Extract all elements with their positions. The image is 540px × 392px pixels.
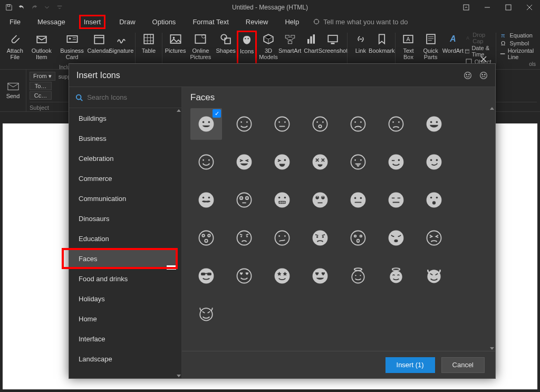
face-surprised[interactable] <box>418 184 450 216</box>
category-celebration[interactable]: Celebration <box>69 148 176 168</box>
search-icons[interactable] <box>69 87 181 108</box>
face-open-round[interactable] <box>304 108 336 140</box>
tab-format-text[interactable]: Format Text <box>189 16 232 27</box>
search-input[interactable] <box>87 93 175 101</box>
category-holidays[interactable]: Holidays <box>69 289 176 309</box>
ribbon-display-options[interactable] <box>456 0 477 15</box>
undo-icon[interactable] <box>18 4 25 11</box>
svg-point-106 <box>208 234 210 237</box>
svg-point-71 <box>351 155 365 169</box>
symbol-button[interactable]: ΩSymbol <box>500 40 536 47</box>
face-sad-outline[interactable] <box>380 108 412 140</box>
category-business[interactable]: Business <box>69 128 176 148</box>
face-laugh-squint[interactable] <box>228 146 260 178</box>
save-icon[interactable] <box>5 4 13 11</box>
qat-arrow-icon[interactable] <box>43 4 51 11</box>
face-worried[interactable] <box>228 222 260 254</box>
svg-point-86 <box>247 198 248 199</box>
face-mustache[interactable] <box>190 184 222 216</box>
face-sunglasses[interactable] <box>190 260 222 292</box>
tab-file[interactable]: File <box>6 16 24 27</box>
face-confused[interactable] <box>266 222 298 254</box>
category-dinosaurs[interactable]: Dinosaurs <box>69 208 176 228</box>
feedback-smile-icon[interactable] <box>464 71 472 80</box>
signature-button[interactable]: Signature <box>110 31 132 61</box>
tab-review[interactable]: Review <box>243 16 272 27</box>
svg-point-128 <box>275 269 290 284</box>
face-smile-outline[interactable] <box>228 108 260 140</box>
face-wink-solid[interactable] <box>380 146 412 178</box>
category-interface[interactable]: Interface <box>69 329 176 349</box>
grid-scrollbar[interactable] <box>489 106 495 351</box>
qat-more-icon[interactable] <box>56 4 63 11</box>
face-astonished[interactable] <box>190 222 222 254</box>
face-tongue-out[interactable] <box>342 146 374 178</box>
face-frown-outline[interactable] <box>342 108 374 140</box>
svg-point-72 <box>354 159 356 161</box>
calendar-button[interactable]: Calendar <box>89 31 109 61</box>
send-button[interactable]: Send <box>0 70 26 111</box>
face-angel-outline[interactable] <box>342 260 374 292</box>
face-angel-solid[interactable] <box>380 260 412 292</box>
face-neutral-solid[interactable] <box>342 184 374 216</box>
face-heart-eyes-solid[interactable] <box>304 260 336 292</box>
face-tired[interactable] <box>380 222 412 254</box>
face-devil-solid[interactable] <box>418 260 450 292</box>
svg-point-56 <box>354 121 356 123</box>
close-button[interactable] <box>519 0 540 15</box>
category-communication[interactable]: Communication <box>69 188 176 208</box>
face-grin-solid[interactable] <box>190 108 222 140</box>
svg-point-53 <box>322 121 324 123</box>
svg-point-80 <box>202 197 205 199</box>
face-neutral-mouth[interactable] <box>266 108 298 140</box>
title-bar: Untitled - Message (HTML) <box>0 0 540 15</box>
maximize-button[interactable] <box>498 0 519 15</box>
tab-message[interactable]: Message <box>34 16 69 27</box>
category-education[interactable]: Education <box>69 228 176 248</box>
face-wink-tongue[interactable] <box>266 146 298 178</box>
outlook-item-button[interactable]: Outlook Item <box>28 31 55 61</box>
equation-button[interactable]: πEquation <box>500 32 536 39</box>
category-food-and-drinks[interactable]: Food and drinks <box>69 269 176 289</box>
minimize-button[interactable] <box>477 0 498 15</box>
from-button[interactable]: From ▾ <box>30 72 55 81</box>
horizontal-line-button[interactable]: Horizontal Line <box>500 47 536 60</box>
dialog-close-button[interactable] <box>476 54 491 64</box>
category-faces[interactable]: Faces <box>69 248 176 269</box>
cc-button[interactable]: Cc… <box>30 91 52 100</box>
face-persevere[interactable] <box>418 222 450 254</box>
face-expressionless[interactable] <box>380 184 412 216</box>
tell-me-search[interactable]: Tell me what you want to do <box>313 18 408 26</box>
face-star-eyes[interactable] <box>266 260 298 292</box>
symbols-group-label-clipped: ols <box>529 61 536 67</box>
cancel-button[interactable]: Cancel <box>441 357 485 373</box>
face-hushed[interactable] <box>342 222 374 254</box>
redo-icon[interactable] <box>31 4 38 11</box>
drop-cap-button[interactable]: ADrop Cap <box>465 32 491 44</box>
face-smile-outline-2[interactable] <box>190 146 222 178</box>
face-anguished[interactable] <box>304 222 336 254</box>
face-dizzy-tongue[interactable] <box>304 146 336 178</box>
face-grimace[interactable] <box>266 184 298 216</box>
category-home[interactable]: Home <box>69 309 176 329</box>
feedback-frown-icon[interactable] <box>479 71 488 80</box>
tab-draw[interactable]: Draw <box>116 16 138 27</box>
face-flushed[interactable] <box>228 184 260 216</box>
tab-options[interactable]: Options <box>149 16 179 27</box>
to-button[interactable]: To… <box>30 82 52 90</box>
category-landscape[interactable]: Landscape <box>69 349 176 369</box>
category-scrollbar[interactable] <box>176 108 181 378</box>
attach-file-button[interactable]: Attach File <box>3 31 27 61</box>
tab-help[interactable]: Help <box>282 16 302 27</box>
insert-button[interactable]: Insert (1) <box>385 357 435 373</box>
face-smirk-solid[interactable] <box>418 146 450 178</box>
tab-insert[interactable]: Insert <box>79 15 106 29</box>
face-grin-big[interactable] <box>418 108 450 140</box>
svg-point-51 <box>313 117 327 131</box>
category-commerce[interactable]: Commerce <box>69 168 176 188</box>
category-buildings[interactable]: Buildings <box>69 108 176 128</box>
face-devil-outline[interactable] <box>190 298 222 330</box>
business-card-button[interactable]: Business Card <box>56 31 88 61</box>
face-rolling-eyes[interactable] <box>304 184 336 216</box>
face-heart-eyes-outline[interactable] <box>228 260 260 292</box>
